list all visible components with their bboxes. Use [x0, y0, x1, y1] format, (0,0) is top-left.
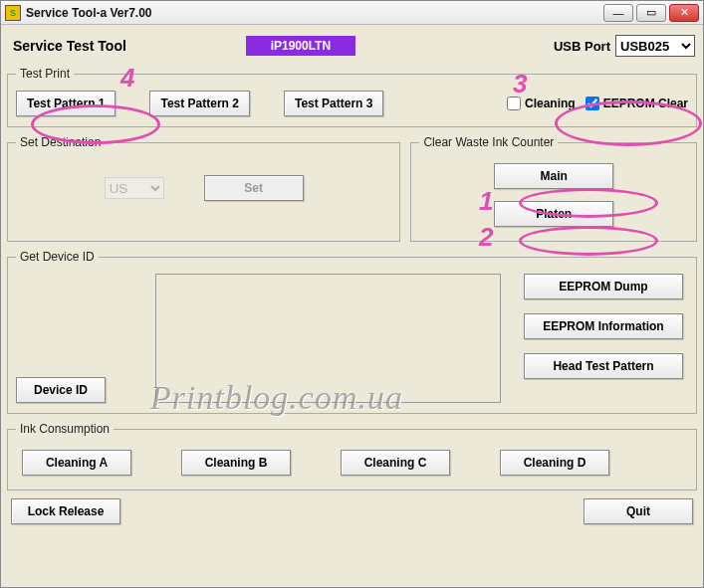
window-title: Service Tool-a Ver7.00 — [26, 6, 603, 20]
usb-port-label: USB Port — [554, 39, 610, 54]
usb-port-select[interactable]: USB025 — [615, 35, 695, 57]
tool-label: Service Test Tool — [13, 38, 126, 54]
cleaning-c-button[interactable]: Cleaning C — [341, 450, 450, 476]
eeprom-dump-button[interactable]: EEPROM Dump — [524, 274, 683, 299]
eeprom-clear-checkbox-label[interactable]: EEPROM Clear — [586, 97, 688, 110]
usb-port-wrap: USB Port USB025 — [554, 35, 695, 57]
test-pattern-1-button[interactable]: Test Pattern 1 — [16, 91, 116, 116]
test-print-row: Test Pattern 1 Test Pattern 2 Test Patte… — [16, 91, 688, 116]
footer-row: Lock Release Quit — [7, 498, 697, 524]
cleaning-checkbox-label[interactable]: Cleaning — [507, 97, 576, 110]
set-destination-inner: US Set — [16, 159, 391, 217]
model-badge: iP1900LTN — [246, 36, 355, 56]
test-print-checks: Cleaning EEPROM Clear — [507, 97, 688, 110]
ink-row: Cleaning A Cleaning B Cleaning C Cleanin… — [16, 446, 688, 480]
device-id-right: EEPROM Dump EEPROM Information Head Test… — [519, 274, 688, 379]
eeprom-clear-text: EEPROM Clear — [603, 97, 688, 110]
get-device-id-legend: Get Device ID — [16, 250, 99, 264]
cleaning-a-button[interactable]: Cleaning A — [22, 450, 131, 476]
set-destination-legend: Set Destination — [16, 135, 105, 149]
window-controls: — ▭ ✕ — [603, 4, 699, 22]
head-test-pattern-button[interactable]: Head Test Pattern — [524, 353, 683, 379]
destination-select: US — [105, 177, 164, 199]
lock-release-button[interactable]: Lock Release — [11, 498, 120, 524]
maximize-button[interactable]: ▭ — [636, 4, 666, 22]
main-button[interactable]: Main — [494, 163, 613, 189]
app-icon: S — [5, 5, 21, 21]
test-pattern-3-button[interactable]: Test Pattern 3 — [284, 91, 383, 116]
header-row: Service Test Tool iP1900LTN USB Port USB… — [7, 31, 697, 61]
minimize-button[interactable]: — — [603, 4, 633, 22]
device-id-output — [155, 274, 501, 403]
close-button[interactable]: ✕ — [669, 4, 699, 22]
cleaning-checkbox[interactable] — [507, 97, 521, 110]
test-print-legend: Test Print — [16, 67, 74, 81]
get-device-id-group: Get Device ID Device ID EEPROM Dump EEPR… — [7, 250, 697, 414]
titlebar: S Service Tool-a Ver7.00 — ▭ ✕ — [1, 1, 703, 25]
ink-consumption-group: Ink Consumption Cleaning A Cleaning B Cl… — [7, 422, 697, 490]
cleaning-d-button[interactable]: Cleaning D — [500, 450, 609, 476]
set-destination-group: Set Destination US Set — [7, 135, 400, 242]
platen-button[interactable]: Platen — [494, 201, 613, 227]
app-window: S Service Tool-a Ver7.00 — ▭ ✕ Service T… — [0, 0, 704, 588]
get-device-id-inner: Device ID EEPROM Dump EEPROM Information… — [16, 274, 688, 403]
quit-button[interactable]: Quit — [584, 498, 693, 524]
ink-consumption-legend: Ink Consumption — [16, 422, 114, 436]
device-id-button[interactable]: Device ID — [16, 377, 106, 403]
set-button: Set — [204, 175, 304, 201]
cleaning-b-button[interactable]: Cleaning B — [181, 450, 291, 476]
eeprom-info-button[interactable]: EEPROM Information — [524, 313, 683, 339]
clear-waste-legend: Clear Waste Ink Counter — [419, 135, 558, 149]
client-area: Service Test Tool iP1900LTN USB Port USB… — [7, 31, 697, 581]
clear-waste-inner: Main Platen — [419, 159, 688, 231]
mid-row: Set Destination US Set Clear Waste Ink C… — [7, 135, 697, 250]
test-pattern-2-button[interactable]: Test Pattern 2 — [149, 91, 249, 116]
cleaning-text: Cleaning — [525, 97, 576, 110]
clear-waste-group: Clear Waste Ink Counter Main Platen — [410, 135, 697, 242]
eeprom-clear-checkbox[interactable] — [586, 97, 599, 110]
test-print-group: Test Print Test Pattern 1 Test Pattern 2… — [7, 67, 697, 127]
device-id-left: Device ID — [16, 274, 145, 403]
